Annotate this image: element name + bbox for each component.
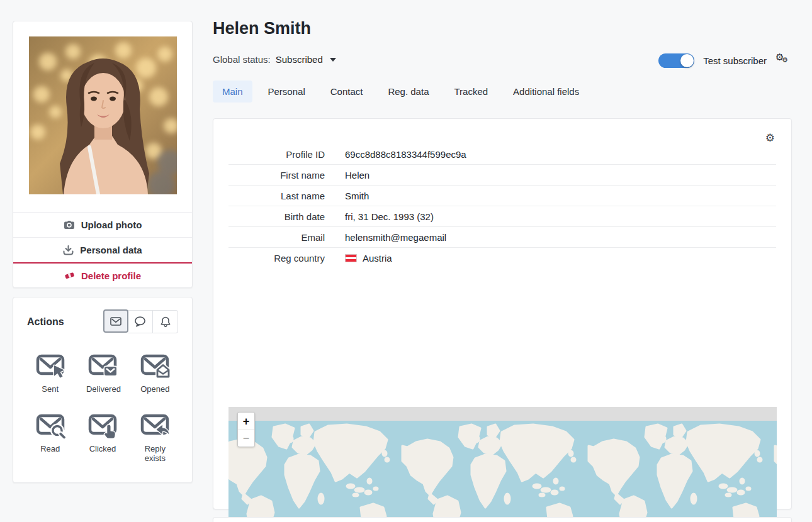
actions-grid: Sent Delivered xyxy=(27,352,178,464)
action-label: Reply exists xyxy=(138,444,171,464)
actions-title: Actions xyxy=(27,316,64,328)
eraser-icon xyxy=(64,270,75,280)
action-label: Delivered xyxy=(86,384,119,394)
action-delivered[interactable]: Delivered xyxy=(79,352,125,394)
action-label: Clicked xyxy=(89,444,116,454)
personal-data-button[interactable]: Personal data xyxy=(13,237,192,262)
camera-icon xyxy=(64,220,75,230)
chat-bubble-icon xyxy=(134,316,146,327)
test-subscriber-toggle[interactable] xyxy=(658,53,694,68)
tab-additional-fields[interactable]: Additional fields xyxy=(504,81,589,103)
test-subscriber-label: Test subscriber xyxy=(703,55,767,66)
next-section-card xyxy=(213,517,792,522)
personal-data-label: Personal data xyxy=(80,245,142,255)
world-map-graphic xyxy=(228,421,777,522)
tab-main[interactable]: Main xyxy=(213,81,252,103)
detail-row-reg-country: Reg country Austria xyxy=(228,248,776,269)
toggle-knob xyxy=(680,54,694,67)
profile-photo-illustration xyxy=(29,36,177,194)
action-label: Read xyxy=(40,444,60,454)
channel-switcher xyxy=(104,310,178,333)
clicked-email-icon xyxy=(87,412,118,441)
action-reply-exists[interactable]: Reply exists xyxy=(132,412,178,464)
tab-contact[interactable]: Contact xyxy=(321,81,373,103)
austria-flag-icon xyxy=(345,254,357,262)
action-sent[interactable]: Sent xyxy=(27,352,73,394)
page-title: Helen Smith xyxy=(213,19,311,38)
download-icon xyxy=(63,245,74,255)
opened-email-icon xyxy=(140,352,170,382)
detail-row-birth-date: Birth date fri, 31 Dec. 1993 (32) xyxy=(228,206,776,227)
profile-tabs: Main Personal Contact Reg. data Tracked … xyxy=(213,81,589,103)
global-status-label: Global status: xyxy=(213,54,271,65)
caret-down-icon[interactable] xyxy=(330,58,336,62)
map-zoom-control: + − xyxy=(237,412,255,447)
card-settings-gear-icon[interactable]: ⚙ xyxy=(765,131,775,145)
email-channel-button[interactable] xyxy=(103,309,128,333)
reply-exists-email-icon xyxy=(140,412,170,441)
settings-gears-icon[interactable]: ⚙⚙ xyxy=(775,53,792,68)
envelope-icon xyxy=(110,317,121,326)
action-label: Sent xyxy=(42,384,59,394)
profile-photo-card: Upload photo Personal data xyxy=(13,21,193,288)
action-label: Opened xyxy=(140,384,169,394)
delivered-email-icon xyxy=(87,352,118,382)
map-tiles xyxy=(228,421,777,522)
action-clicked[interactable]: Clicked xyxy=(79,412,125,464)
map-zoom-out-button[interactable]: − xyxy=(238,430,254,447)
world-map[interactable]: + − © OpenStreetMap contributors xyxy=(228,407,777,522)
chat-channel-button[interactable] xyxy=(128,310,153,333)
push-channel-button[interactable] xyxy=(153,310,178,333)
bell-icon xyxy=(161,316,171,328)
details-table: Profile ID 69cc8d88c8183344f599ec9a Firs… xyxy=(228,144,776,269)
upload-photo-label: Upload photo xyxy=(81,219,142,230)
detail-row-first-name: First name Helen xyxy=(228,165,776,186)
profile-photo xyxy=(29,36,177,194)
tab-reg-data[interactable]: Reg. data xyxy=(378,81,438,103)
delete-profile-label: Delete profile xyxy=(81,270,141,281)
global-status-value[interactable]: Subscribed xyxy=(276,54,323,65)
tab-tracked[interactable]: Tracked xyxy=(444,81,497,103)
detail-row-email: Email helensmith@megaemail xyxy=(228,227,776,248)
header-controls: Test subscriber ⚙⚙ xyxy=(658,53,792,68)
actions-card: Actions xyxy=(13,297,193,483)
global-status: Global status: Subscribed xyxy=(213,54,336,65)
map-zoom-in-button[interactable]: + xyxy=(238,413,254,430)
delete-profile-button[interactable]: Delete profile xyxy=(13,262,192,287)
action-opened[interactable]: Opened xyxy=(132,352,178,394)
sent-email-icon xyxy=(35,352,65,382)
detail-row-profile-id: Profile ID 69cc8d88c8183344f599ec9a xyxy=(228,144,776,165)
detail-row-last-name: Last name Smith xyxy=(228,186,776,206)
read-email-icon xyxy=(35,412,65,441)
action-read[interactable]: Read xyxy=(27,412,73,464)
tab-personal[interactable]: Personal xyxy=(259,81,315,103)
profile-details-card: ⚙ Profile ID 69cc8d88c8183344f599ec9a Fi… xyxy=(213,118,792,509)
upload-photo-button[interactable]: Upload photo xyxy=(13,212,192,237)
